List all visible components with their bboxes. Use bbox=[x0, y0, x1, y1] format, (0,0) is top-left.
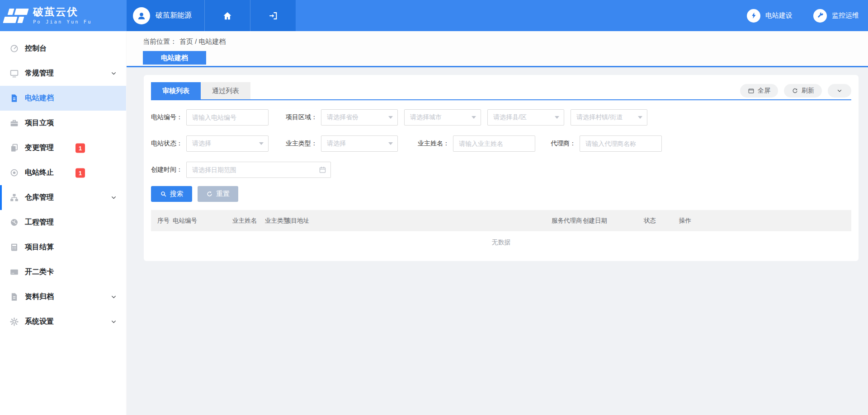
dashboard-gauge-icon bbox=[9, 44, 19, 53]
search-label: 搜索 bbox=[170, 190, 184, 198]
home-button[interactable] bbox=[204, 0, 250, 31]
page-tab-station-filing[interactable]: 电站建档 bbox=[143, 51, 206, 65]
sidebar-item-change-management[interactable]: 变更管理 1 bbox=[0, 135, 126, 160]
chevron-down-icon bbox=[836, 88, 843, 94]
village-select[interactable]: 请选择村镇/街道 bbox=[571, 109, 647, 126]
sidebar-item-project-settlement[interactable]: 项目结算 bbox=[0, 235, 126, 260]
caret-down-icon bbox=[472, 116, 476, 119]
user-menu[interactable]: 破茧新能源 bbox=[127, 0, 204, 31]
county-select[interactable]: 请选择县/区 bbox=[487, 109, 564, 126]
column-header: 操作 bbox=[679, 217, 691, 225]
sidebar-item-label: 项目结算 bbox=[25, 242, 54, 252]
agent-label: 代理商： bbox=[551, 140, 576, 148]
avatar bbox=[133, 7, 150, 24]
sidebar-item-engineering-management[interactable]: 工程管理 bbox=[0, 210, 126, 235]
sidebar-item-label: 控制台 bbox=[25, 44, 47, 53]
sidebar-item-class2-card[interactable]: 开二类卡 bbox=[0, 260, 126, 284]
copy-pages-icon bbox=[9, 143, 19, 153]
sidebar-item-label: 变更管理 bbox=[25, 143, 54, 153]
chevron-down-icon bbox=[110, 294, 117, 300]
module-label: 电站建设 bbox=[765, 11, 793, 20]
gear-icon bbox=[9, 317, 19, 326]
logout-button[interactable] bbox=[250, 0, 296, 31]
home-icon bbox=[222, 11, 232, 21]
fullscreen-label: 全屏 bbox=[758, 87, 770, 95]
station-status-placeholder: 请选择 bbox=[192, 140, 211, 148]
sidebar-item-warehouse-management[interactable]: 仓库管理 bbox=[0, 185, 126, 210]
station-code-label: 电站编号： bbox=[151, 113, 183, 121]
module-station-construction[interactable]: 电站建设 bbox=[747, 9, 793, 23]
module-label: 监控运维 bbox=[832, 11, 859, 20]
date-range-input[interactable] bbox=[186, 162, 331, 178]
app-root: 破茧云伏 Po Jian Yun Fu 破茧新能源 电站建设 监控运维 bbox=[0, 0, 868, 415]
column-header: 项目地址 bbox=[285, 217, 309, 225]
brand-text: 破茧云伏 Po Jian Yun Fu bbox=[33, 7, 92, 24]
station-status-label: 电站状态： bbox=[151, 140, 183, 148]
record-circle-icon bbox=[9, 168, 19, 177]
search-icon bbox=[160, 191, 167, 197]
filter-row-1: 电站编号： 项目区域： 请选择省份 请选择城市 请选择县/区 bbox=[151, 109, 851, 126]
tab-review-list[interactable]: 审核列表 bbox=[151, 82, 201, 99]
sidebar-item-project-initiation[interactable]: 项目立项 bbox=[0, 111, 126, 135]
province-placeholder: 请选择省份 bbox=[327, 113, 359, 121]
sidebar-item-label: 资料归档 bbox=[25, 292, 54, 302]
sidebar-item-console[interactable]: 控制台 bbox=[0, 36, 126, 61]
module-monitoring-ops[interactable]: 监控运维 bbox=[813, 9, 859, 23]
create-time-label: 创建时间： bbox=[151, 166, 183, 174]
sidebar-item-label: 电站终止 bbox=[25, 168, 54, 177]
user-icon bbox=[137, 11, 146, 21]
search-button[interactable]: 搜索 bbox=[151, 186, 192, 202]
sign-in-arrow-icon bbox=[268, 11, 278, 21]
table-header: 序号 电站编号 业主姓名 业主类型 项目地址 服务代理商 创建日期 状态 操作 bbox=[151, 210, 851, 231]
sidebar-item-label: 工程管理 bbox=[25, 218, 54, 227]
brand-logo-icon bbox=[5, 9, 28, 23]
sitemap-icon bbox=[9, 193, 19, 202]
caret-down-icon bbox=[388, 116, 393, 119]
sidebar-item-document-archive[interactable]: 资料归档 bbox=[0, 284, 126, 309]
owner-name-input[interactable] bbox=[453, 135, 535, 152]
owner-type-select[interactable]: 请选择 bbox=[321, 135, 398, 152]
column-header: 创建日期 bbox=[583, 217, 607, 225]
fullscreen-button[interactable]: 全屏 bbox=[740, 84, 778, 98]
sidebar: 控制台 常规管理 电站建档 项目立项 变更管理 1 电站 bbox=[0, 31, 127, 415]
brand-title: 破茧云伏 bbox=[33, 7, 92, 17]
station-status-select[interactable]: 请选择 bbox=[186, 135, 269, 152]
chevron-down-icon bbox=[110, 318, 117, 325]
notification-badge: 1 bbox=[75, 143, 85, 153]
fullscreen-icon bbox=[748, 88, 755, 94]
sidebar-item-label: 电站建档 bbox=[25, 93, 54, 103]
sidebar-item-general-management[interactable]: 常规管理 bbox=[0, 61, 126, 86]
filter-actions: 搜索 重置 bbox=[151, 186, 851, 202]
speedometer-icon bbox=[9, 218, 19, 227]
id-card-icon bbox=[9, 267, 19, 277]
sidebar-item-station-termination[interactable]: 电站终止 1 bbox=[0, 160, 126, 185]
reset-button[interactable]: 重置 bbox=[198, 186, 238, 202]
caret-down-icon bbox=[638, 116, 642, 119]
chevron-down-icon bbox=[110, 194, 117, 201]
city-placeholder: 请选择城市 bbox=[410, 113, 442, 121]
content-card: 审核列表 通过列表 全屏 刷新 bbox=[144, 75, 859, 261]
refresh-label: 刷新 bbox=[802, 87, 814, 95]
province-select[interactable]: 请选择省份 bbox=[321, 109, 398, 126]
tab-passed-list[interactable]: 通过列表 bbox=[201, 82, 250, 99]
sidebar-item-label: 开二类卡 bbox=[25, 267, 54, 277]
column-header: 服务代理商 bbox=[552, 217, 582, 225]
owner-name-label: 业主姓名： bbox=[418, 140, 449, 148]
reset-icon bbox=[206, 191, 213, 197]
breadcrumb-bar: 当前位置：首页 / 电站建档 电站建档 bbox=[127, 31, 868, 66]
refresh-button[interactable]: 刷新 bbox=[784, 84, 822, 98]
agent-input[interactable] bbox=[580, 135, 662, 152]
sidebar-item-system-settings[interactable]: 系统设置 bbox=[0, 309, 126, 334]
sidebar-item-label: 常规管理 bbox=[25, 69, 54, 78]
header-modules: 电站建设 监控运维 bbox=[747, 0, 868, 31]
user-name: 破茧新能源 bbox=[156, 11, 192, 20]
city-select[interactable]: 请选择城市 bbox=[404, 109, 481, 126]
collapse-filters-button[interactable] bbox=[828, 84, 851, 98]
caret-down-icon bbox=[259, 142, 264, 145]
caret-down-icon bbox=[388, 142, 393, 145]
refresh-icon bbox=[792, 88, 798, 94]
header-nav: 破茧新能源 bbox=[127, 0, 296, 31]
sidebar-item-station-filing[interactable]: 电站建档 bbox=[0, 86, 126, 111]
station-code-input[interactable] bbox=[186, 109, 269, 126]
brand-logo: 破茧云伏 Po Jian Yun Fu bbox=[0, 0, 127, 31]
